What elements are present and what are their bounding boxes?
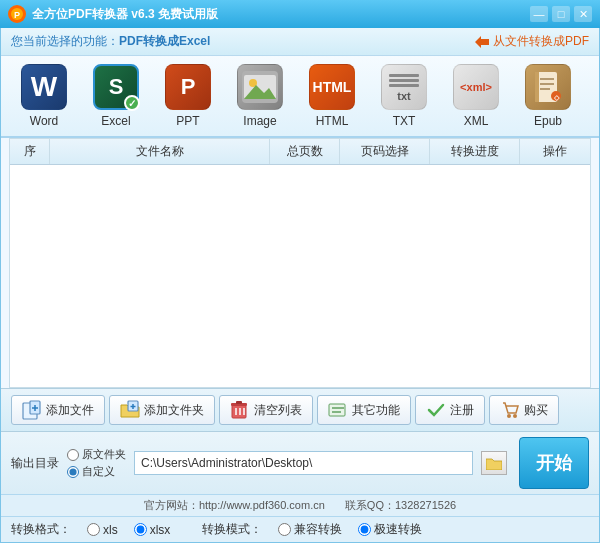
output-dir-label: 输出目录 — [11, 455, 59, 472]
register-icon — [426, 400, 446, 420]
tool-txt[interactable]: txt TXT — [373, 64, 435, 128]
svg-marker-3 — [475, 36, 489, 48]
tool-excel[interactable]: S ✓ Excel — [85, 64, 147, 128]
buy-button[interactable]: 购买 — [489, 395, 559, 425]
col-filename: 文件名称 — [50, 139, 270, 164]
svg-rect-9 — [535, 72, 539, 102]
tool-epub[interactable]: ◇ Epub — [517, 64, 579, 128]
main-container: 您当前选择的功能：PDF转换成Excel 从文件转换成PDF W Word S … — [0, 28, 600, 543]
website-row: 官方网站：http://www.pdf360.com.cn 联系QQ：13282… — [1, 494, 599, 516]
word-icon: W — [21, 64, 67, 110]
table-header: 序 文件名称 总页数 页码选择 转换进度 操作 — [10, 139, 590, 165]
excel-icon: S ✓ — [93, 64, 139, 110]
image-icon — [237, 64, 283, 110]
tool-html[interactable]: HTML HTML — [301, 64, 363, 128]
col-action: 操作 — [520, 139, 590, 164]
app-icon: P — [8, 5, 26, 23]
close-button[interactable]: ✕ — [574, 6, 592, 22]
svg-rect-28 — [329, 404, 345, 416]
radio-original-folder[interactable]: 原文件夹 — [67, 447, 126, 462]
mode-compatible-input[interactable] — [278, 523, 291, 536]
svg-point-31 — [507, 414, 511, 418]
register-button[interactable]: 注册 — [415, 395, 485, 425]
output-radio-group: 原文件夹 自定义 — [67, 447, 126, 479]
website-link[interactable]: 官方网站：http://www.pdf360.com.cn — [144, 498, 325, 513]
radio-original-input[interactable] — [67, 449, 79, 461]
format-label: 转换格式： — [11, 521, 71, 538]
svg-point-32 — [513, 414, 517, 418]
mode-fast[interactable]: 极速转换 — [358, 521, 422, 538]
ppt-icon: P — [165, 64, 211, 110]
title-bar: P 全方位PDF转换器 v6.3 免费试用版 — □ ✕ — [0, 0, 600, 28]
radio-custom-input[interactable] — [67, 466, 79, 478]
start-button[interactable]: 开始 — [519, 437, 589, 489]
switch-to-pdf-link[interactable]: 从文件转换成PDF — [475, 33, 589, 50]
output-path-input[interactable] — [134, 451, 473, 475]
html-icon: HTML — [309, 64, 355, 110]
format-xlsx-input[interactable] — [134, 523, 147, 536]
table-body — [10, 165, 590, 387]
tool-word[interactable]: W Word — [13, 64, 75, 128]
tool-xml[interactable]: <xml> XML — [445, 64, 507, 128]
col-pages: 总页数 — [270, 139, 340, 164]
add-folder-button[interactable]: 添加文件夹 — [109, 395, 215, 425]
switch-icon — [475, 35, 489, 49]
tools-toolbar: W Word S ✓ Excel P PPT — [1, 56, 599, 138]
epub-icon: ◇ — [525, 64, 571, 110]
top-bar: 您当前选择的功能：PDF转换成Excel 从文件转换成PDF — [1, 28, 599, 56]
add-file-icon — [22, 400, 42, 420]
add-file-button[interactable]: 添加文件 — [11, 395, 105, 425]
maximize-button[interactable]: □ — [552, 6, 570, 22]
mode-compatible[interactable]: 兼容转换 — [278, 521, 342, 538]
current-function-label: 您当前选择的功能：PDF转换成Excel — [11, 33, 210, 50]
svg-text:◇: ◇ — [553, 94, 560, 101]
folder-browse-icon — [486, 456, 502, 470]
txt-icon: txt — [381, 64, 427, 110]
format-xls[interactable]: xls — [87, 523, 118, 537]
col-page-select: 页码选择 — [340, 139, 430, 164]
format-xlsx[interactable]: xlsx — [134, 523, 171, 537]
app-title: 全方位PDF转换器 v6.3 免费试用版 — [32, 6, 530, 23]
tool-ppt[interactable]: P PPT — [157, 64, 219, 128]
col-index: 序 — [10, 139, 50, 164]
file-table: 序 文件名称 总页数 页码选择 转换进度 操作 — [9, 138, 591, 388]
format-row: 转换格式： xls xlsx 转换模式： 兼容转换 极速转换 — [1, 516, 599, 542]
xml-icon: <xml> — [453, 64, 499, 110]
col-progress: 转换进度 — [430, 139, 520, 164]
clear-list-icon — [230, 400, 250, 420]
mode-label: 转换模式： — [202, 521, 262, 538]
add-folder-icon — [120, 400, 140, 420]
radio-custom[interactable]: 自定义 — [67, 464, 126, 479]
window-controls: — □ ✕ — [530, 6, 592, 22]
other-func-button[interactable]: 其它功能 — [317, 395, 411, 425]
format-xls-input[interactable] — [87, 523, 100, 536]
selected-badge: ✓ — [124, 95, 140, 111]
bottom-toolbar: 添加文件 添加文件夹 — [1, 388, 599, 431]
browse-folder-button[interactable] — [481, 451, 507, 475]
minimize-button[interactable]: — — [530, 6, 548, 22]
mode-fast-input[interactable] — [358, 523, 371, 536]
contact-info: 联系QQ：1328271526 — [345, 498, 456, 513]
other-func-icon — [328, 400, 348, 420]
output-dir-row: 输出目录 原文件夹 自定义 开始 — [1, 431, 599, 494]
buy-icon — [500, 400, 520, 420]
svg-rect-27 — [236, 401, 242, 404]
clear-list-button[interactable]: 清空列表 — [219, 395, 313, 425]
svg-text:P: P — [14, 10, 20, 20]
tool-image[interactable]: Image — [229, 64, 291, 128]
